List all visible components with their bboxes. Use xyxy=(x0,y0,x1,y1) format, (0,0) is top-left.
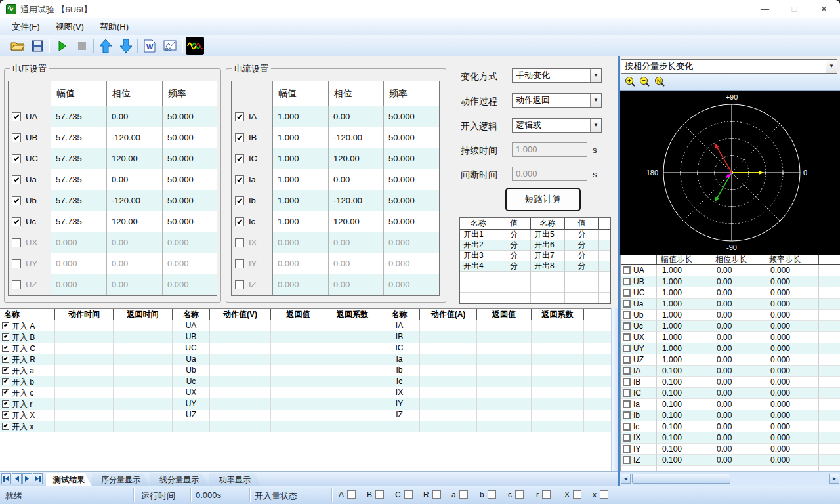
step-value-cell[interactable]: 0.100 xyxy=(657,366,711,377)
return-time-cell[interactable] xyxy=(114,410,173,421)
step-channel-cell[interactable]: IB xyxy=(621,377,657,388)
return-value-cell[interactable] xyxy=(477,320,532,331)
return-coeff-cell[interactable] xyxy=(326,320,379,331)
step-value-cell[interactable]: 0.00 xyxy=(711,421,765,432)
channel-toggle-cell[interactable]: IX xyxy=(232,232,273,253)
action-value-v-cell[interactable] xyxy=(210,387,271,398)
checkbox[interactable] xyxy=(2,356,9,363)
value-cell[interactable]: 50.000 xyxy=(163,127,217,148)
value-cell[interactable]: -120.00 xyxy=(329,190,384,211)
save-icon[interactable] xyxy=(29,37,46,54)
value-cell[interactable]: 1.000 xyxy=(273,106,329,127)
checkbox[interactable] xyxy=(623,278,631,285)
checkbox[interactable] xyxy=(235,112,244,121)
din-cell[interactable]: 开入 b xyxy=(0,376,55,387)
value-cell[interactable]: 0.00 xyxy=(107,169,163,190)
checkbox[interactable] xyxy=(12,217,21,226)
checkbox[interactable] xyxy=(235,280,244,289)
value-cell[interactable]: 50.000 xyxy=(384,169,439,190)
menu-file[interactable]: 文件(F) xyxy=(5,19,47,35)
chevron-down-icon[interactable]: ▼ xyxy=(590,119,601,132)
step-channel-cell[interactable]: UA xyxy=(621,265,657,276)
value-cell[interactable]: 57.735 xyxy=(51,190,107,211)
stop-icon[interactable] xyxy=(74,37,91,54)
value-cell[interactable]: 0.000 xyxy=(163,274,217,295)
value-cell[interactable]: 50.000 xyxy=(384,190,439,211)
return-value-cell[interactable] xyxy=(477,387,532,398)
step-value-cell[interactable]: 0.000 xyxy=(765,388,819,399)
step-value-cell[interactable]: 0.000 xyxy=(765,287,819,299)
step-value-cell[interactable]: 0.00 xyxy=(711,432,765,444)
action-value-a-cell[interactable] xyxy=(420,421,477,432)
checkbox[interactable] xyxy=(12,280,21,289)
output-value[interactable]: 分 xyxy=(497,240,531,251)
hscroll-thumb[interactable] xyxy=(632,474,730,484)
value-cell[interactable]: 0.000 xyxy=(273,232,329,253)
din-cell[interactable]: 开入 R xyxy=(0,354,55,365)
checkbox[interactable] xyxy=(12,154,21,163)
minimize-button[interactable]: — xyxy=(750,0,780,18)
step-channel-cell[interactable]: Ic xyxy=(621,421,657,432)
checkbox[interactable] xyxy=(623,378,631,386)
step-value-cell[interactable]: 1.000 xyxy=(657,310,711,321)
value-cell[interactable]: -120.00 xyxy=(107,127,163,148)
checkbox[interactable] xyxy=(623,311,631,319)
din-cell[interactable]: 开入 c xyxy=(0,387,55,398)
word-report-icon[interactable]: W xyxy=(141,37,158,54)
value-cell[interactable]: 50.000 xyxy=(163,148,217,169)
step-value-cell[interactable]: 1.000 xyxy=(657,276,711,287)
step-value-cell[interactable]: 0.00 xyxy=(711,310,765,321)
return-coeff-cell[interactable] xyxy=(326,398,379,410)
return-coeff-cell[interactable] xyxy=(532,421,584,432)
step-value-cell[interactable]: 0.00 xyxy=(711,444,765,455)
action-time-cell[interactable] xyxy=(55,398,114,410)
chart-report-icon[interactable] xyxy=(161,37,178,54)
step-value-cell[interactable]: 0.00 xyxy=(711,388,765,399)
return-coeff-cell[interactable] xyxy=(532,331,584,343)
return-time-cell[interactable] xyxy=(114,354,173,365)
value-cell[interactable]: 1.000 xyxy=(273,169,329,190)
checkbox[interactable] xyxy=(2,333,9,341)
checkbox[interactable] xyxy=(235,196,244,205)
menu-view[interactable]: 视图(V) xyxy=(49,19,91,35)
scroll-left-icon[interactable]: ◄ xyxy=(621,474,631,484)
zoom-reset-icon[interactable]: N xyxy=(654,76,666,88)
duration-field[interactable]: 1.000 xyxy=(512,142,587,157)
action-value-a-cell[interactable] xyxy=(420,354,477,365)
checkbox[interactable] xyxy=(235,259,244,268)
action-time-cell[interactable] xyxy=(55,410,114,421)
step-value-cell[interactable]: 0.00 xyxy=(711,332,765,343)
action-time-cell[interactable] xyxy=(55,421,114,432)
action-process-select[interactable]: 动作返回 ▼ xyxy=(512,93,602,108)
value-cell[interactable]: 120.00 xyxy=(107,148,163,169)
checkbox[interactable] xyxy=(623,300,631,308)
step-value-cell[interactable]: 0.000 xyxy=(765,432,819,444)
output-value[interactable]: 分 xyxy=(497,261,531,272)
step-channel-cell[interactable]: UY xyxy=(621,343,657,354)
return-coeff-cell[interactable] xyxy=(532,387,584,398)
checkbox[interactable] xyxy=(235,154,244,163)
value-cell[interactable]: 57.735 xyxy=(51,148,107,169)
step-value-cell[interactable]: 0.100 xyxy=(657,432,711,444)
return-time-cell[interactable] xyxy=(114,387,173,398)
checkbox[interactable] xyxy=(623,400,631,408)
channel-toggle-cell[interactable]: IB xyxy=(232,127,273,148)
return-time-cell[interactable] xyxy=(114,365,173,376)
value-cell[interactable]: 0.00 xyxy=(107,274,163,295)
step-channel-cell[interactable]: UB xyxy=(621,276,657,287)
output-value[interactable]: 分 xyxy=(497,251,531,261)
din-cell[interactable]: 开入 x xyxy=(0,421,55,432)
value-cell[interactable]: 1.000 xyxy=(273,190,329,211)
return-coeff-cell[interactable] xyxy=(326,343,379,354)
return-value-cell[interactable] xyxy=(271,421,326,432)
tab-nav-last-icon[interactable] xyxy=(33,473,43,484)
channel-toggle-cell[interactable]: Ib xyxy=(232,190,273,211)
channel-toggle-cell[interactable]: UB xyxy=(9,127,51,148)
value-cell[interactable]: 0.000 xyxy=(51,253,107,274)
step-value-cell[interactable]: 0.100 xyxy=(657,455,711,466)
return-value-cell[interactable] xyxy=(271,331,326,343)
step-value-cell[interactable]: 0.00 xyxy=(711,399,765,410)
value-cell[interactable]: 50.000 xyxy=(384,106,439,127)
step-value-cell[interactable]: 0.000 xyxy=(765,343,819,354)
value-cell[interactable]: 120.00 xyxy=(329,211,384,232)
